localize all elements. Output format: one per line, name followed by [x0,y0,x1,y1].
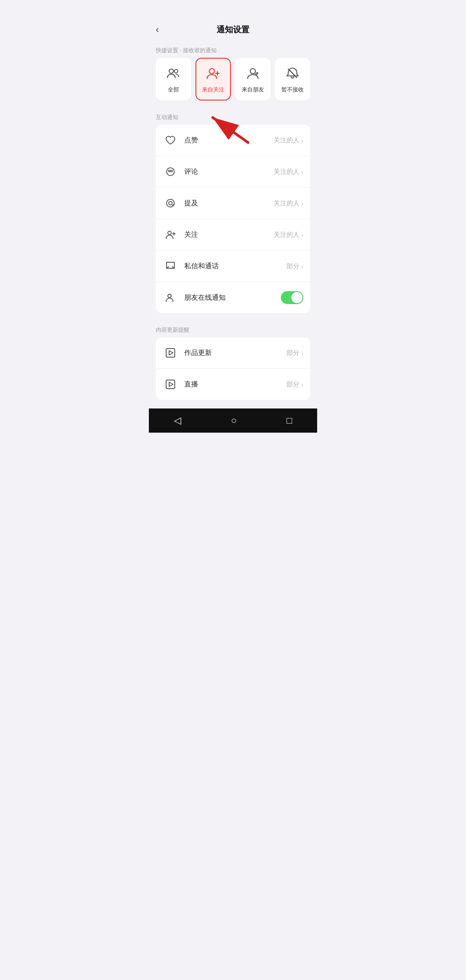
live-label: 直播 [184,380,287,389]
svg-point-5 [250,69,255,74]
list-item-friend-online[interactable]: 朋友在线通知 [156,282,310,313]
interaction-section-title: 互动通知 [149,107,317,125]
comment-value: 关注的人 [274,168,299,176]
works-value: 部分 [287,349,299,357]
comment-label: 评论 [184,167,274,176]
svg-point-1 [174,69,178,73]
friend-online-toggle[interactable] [281,291,303,304]
message-value: 部分 [287,262,299,270]
follow-value: 关注的人 [274,231,299,239]
follow-label: 关注 [184,230,274,239]
message-icon [163,258,178,274]
comment-icon [163,164,178,179]
nav-home-icon[interactable]: ○ [231,415,236,426]
list-item-message[interactable]: 私信和通话 部分 › [156,251,310,282]
interaction-section-block: 点赞 关注的人 › 评论 关注的人 › 提及 关注的人 › [156,125,310,313]
friend-online-label: 朋友在线通知 [184,293,281,302]
quick-btn-following[interactable]: 来自关注 [195,58,231,101]
quick-settings-row: 全部 来自关注 [149,58,317,107]
svg-point-11 [169,201,172,205]
mention-label: 提及 [184,199,274,208]
svg-point-10 [167,199,174,207]
svg-marker-19 [169,382,173,386]
list-item-comment[interactable]: 评论 关注的人 › [156,156,310,188]
follow-icon [163,227,178,242]
quick-btn-following-label: 来自关注 [202,86,224,94]
status-bar [149,0,317,19]
bottom-nav: ◁ ○ □ [149,408,317,433]
like-chevron: › [301,137,303,144]
list-item-mention[interactable]: 提及 关注的人 › [156,188,310,219]
friend-online-icon [163,290,178,305]
following-icon [206,66,220,82]
message-chevron: › [301,263,303,270]
header: ‹ 通知设置 [149,19,317,41]
list-item-like[interactable]: 点赞 关注的人 › [156,125,310,156]
works-icon [163,345,178,361]
mention-value: 关注的人 [274,199,299,207]
live-value: 部分 [287,380,299,389]
list-item-follow[interactable]: 关注 关注的人 › [156,219,310,251]
follow-chevron: › [301,231,303,239]
like-label: 点赞 [184,136,274,145]
back-button[interactable]: ‹ [156,24,159,35]
svg-point-0 [169,69,173,73]
quick-btn-all[interactable]: 全部 [156,58,191,101]
quick-btn-all-label: 全部 [168,86,179,94]
toggle-knob [291,292,302,303]
list-item-live[interactable]: 直播 部分 › [156,369,310,400]
quick-btn-friends-label: 来自朋友 [242,86,264,94]
all-icon [167,66,180,82]
quick-btn-friends[interactable]: 来自朋友 [235,58,271,101]
svg-point-12 [168,231,171,235]
works-label: 作品更新 [184,349,287,358]
nav-back-icon[interactable]: ◁ [174,415,181,426]
mention-chevron: › [301,200,303,207]
svg-point-2 [209,69,214,74]
like-icon [163,132,178,148]
content-section-title: 内容更新提醒 [149,320,317,337]
quick-btn-none-label: 暂不接收 [281,86,304,94]
list-item-works[interactable]: 作品更新 部分 › [156,337,310,369]
quick-settings-label: 快捷设置 · 接收谁的通知 [149,41,317,58]
nav-recent-icon[interactable]: □ [287,415,292,426]
message-label: 私信和通话 [184,262,287,271]
quick-btn-none[interactable]: 暂不接收 [275,58,310,101]
friends-icon [246,66,260,82]
content-section-block: 作品更新 部分 › 直播 部分 › [156,337,310,400]
page-title: 通知设置 [217,24,249,35]
comment-chevron: › [301,168,303,176]
live-icon [163,377,178,392]
none-icon [286,66,299,82]
svg-marker-17 [169,351,173,355]
main-content: 快捷设置 · 接收谁的通知 全部 [149,41,317,400]
works-chevron: › [301,349,303,357]
svg-point-15 [168,294,171,298]
live-chevron: › [301,381,303,388]
mention-icon [163,195,178,211]
like-value: 关注的人 [274,136,299,144]
